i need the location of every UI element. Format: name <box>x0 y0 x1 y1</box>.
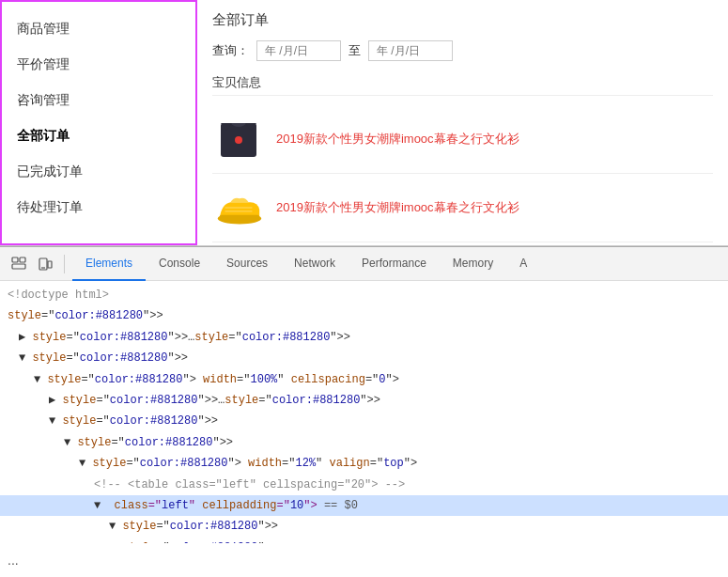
devtools-tabs: ElementsConsoleSourcesNetworkPerformance… <box>72 247 540 281</box>
devtools-toolbar: ElementsConsoleSourcesNetworkPerformance… <box>0 247 728 281</box>
sidebar-item-consult[interactable]: 咨询管理 <box>2 83 195 118</box>
sidebar-item-pending[interactable]: 待处理订单 <box>2 190 195 226</box>
dom-line-5[interactable]: ▶ style="color:#881280">>…style="color:#… <box>0 390 728 411</box>
main-content: 全部订单 查询： 至 宝贝信息 2019新款个性男女潮牌imooc幕春之行文化衫 <box>197 0 728 245</box>
product-item: 2019新款个性男女潮牌imooc幕春之行文化衫 <box>212 105 713 174</box>
sidebar: 商品管理平价管理咨询管理全部订单已完成订单待处理订单 <box>0 0 197 245</box>
dom-line-10[interactable]: ▼ class="left" cellpadding="10"> == $0 <box>0 495 728 516</box>
shoe-svg <box>212 187 265 228</box>
product-image <box>212 181 265 234</box>
devtools-tab-performance[interactable]: Performance <box>349 247 440 281</box>
product-item: 2019新款个性男女潮牌imooc幕春之行文化衫 <box>212 174 713 242</box>
devtools-tab-elements[interactable]: Elements <box>72 247 146 281</box>
dom-line-7[interactable]: ▼ style="color:#881280">> <box>0 432 728 453</box>
dom-line-0[interactable]: <!doctype html> <box>0 285 728 305</box>
tshirt-svg <box>213 114 264 164</box>
product-name: 2019新款个性男女潮牌imooc幕春之行文化衫 <box>276 199 519 216</box>
query-label: 查询： <box>212 42 249 59</box>
svg-rect-10 <box>48 261 52 268</box>
date-input-to[interactable] <box>368 40 453 61</box>
dom-line-6[interactable]: ▼ style="color:#881280">> <box>0 411 728 431</box>
sidebar-item-price[interactable]: 平价管理 <box>2 47 195 83</box>
svg-rect-3 <box>220 215 259 221</box>
webpage-preview: 商品管理平价管理咨询管理全部订单已完成订单待处理订单 全部订单 查询： 至 宝贝… <box>0 0 728 246</box>
inspect-icon[interactable] <box>8 253 30 275</box>
dom-line-8[interactable]: ▼ style="color:#881280"> width="12%" val… <box>0 453 728 474</box>
dom-line-1[interactable]: style="color:#881280">> <box>0 305 728 326</box>
product-image <box>212 113 265 165</box>
devtools-tab-app[interactable]: A <box>506 247 540 281</box>
product-name: 2019新款个性男女潮牌imooc幕春之行文化衫 <box>276 131 519 148</box>
svg-point-1 <box>235 136 242 144</box>
svg-rect-8 <box>20 257 25 262</box>
date-input-from[interactable] <box>256 40 341 61</box>
svg-rect-7 <box>12 264 25 269</box>
sidebar-item-all-orders[interactable]: 全部订单 <box>2 118 195 154</box>
devtools-tab-memory[interactable]: Memory <box>440 247 506 281</box>
sidebar-item-completed[interactable]: 已完成订单 <box>2 154 195 190</box>
devtools-tab-sources[interactable]: Sources <box>213 247 281 281</box>
dom-line-9[interactable]: <!-- <table class="left" cellspacing="20… <box>0 475 728 495</box>
dom-line-2[interactable]: ▶ style="color:#881280">>…style="color:#… <box>0 327 728 348</box>
sidebar-item-goods[interactable]: 商品管理 <box>2 11 195 47</box>
dom-line-4[interactable]: ▼ style="color:#881280"> width="100%" ce… <box>0 369 728 390</box>
query-separator: 至 <box>349 42 361 59</box>
dom-line-11[interactable]: ▼ style="color:#881280">> <box>0 516 728 537</box>
device-icon[interactable] <box>34 253 56 275</box>
devtools-dom-content[interactable]: <!doctype html>style="color:#881280">>▶ … <box>0 281 728 543</box>
devtools-tab-console[interactable]: Console <box>146 247 213 281</box>
section-title: 宝贝信息 <box>212 74 713 96</box>
svg-rect-6 <box>12 257 18 262</box>
product-list: 2019新款个性男女潮牌imooc幕春之行文化衫 2019新款个性男女潮牌imo… <box>212 105 713 242</box>
toolbar-separator <box>64 255 65 273</box>
devtools-tab-network[interactable]: Network <box>281 247 349 281</box>
page-title: 全部订单 <box>212 11 713 29</box>
query-row: 查询： 至 <box>212 40 713 61</box>
dom-line-3[interactable]: ▼ style="color:#881280">> <box>0 348 728 368</box>
devtools-panel: ElementsConsoleSourcesNetworkPerformance… <box>0 246 728 577</box>
more-options-button[interactable]: ... <box>0 543 728 577</box>
